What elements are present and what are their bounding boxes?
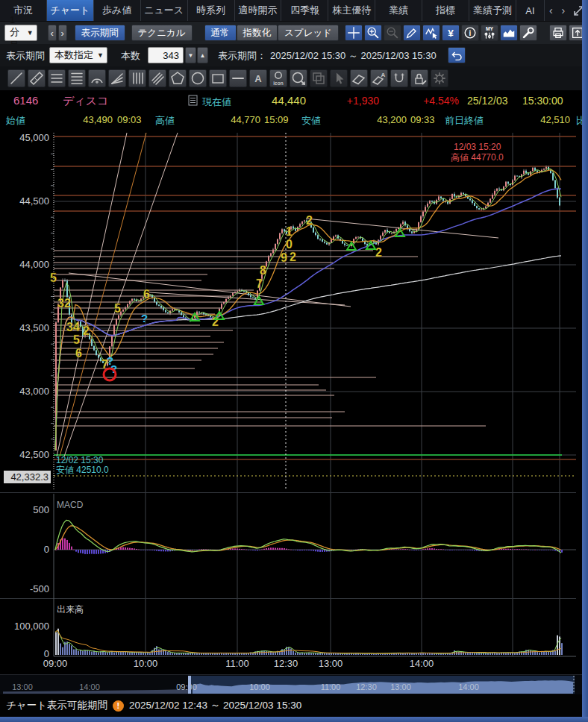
navigator-left-handle[interactable] — [188, 676, 191, 694]
price-change-percent: +4.54% — [403, 95, 459, 107]
hand-tool[interactable] — [330, 69, 348, 87]
time-axis-label: 09:00 — [43, 658, 68, 669]
icon-stamp-tool[interactable]: icon — [269, 69, 287, 87]
tabs-prev-button[interactable]: ‹ — [549, 4, 553, 16]
fib-arc-tool-icon — [89, 70, 105, 87]
lock-edit-tool-icon — [411, 70, 428, 87]
three-lines-tool[interactable] — [48, 69, 66, 87]
warning-icon: ! — [113, 700, 124, 712]
trendline-tool[interactable] — [7, 69, 25, 87]
text-tool[interactable]: A — [249, 69, 267, 87]
crosshair-button[interactable] — [345, 25, 363, 41]
time-axis-label: 10:00 — [134, 658, 158, 669]
trendline-tool-icon — [8, 70, 25, 87]
interval-next-button[interactable]: › — [58, 25, 67, 41]
zoom-in-button[interactable] — [364, 25, 382, 41]
annotation-number: 5 — [73, 333, 80, 346]
tab-4[interactable]: 時系列 — [188, 0, 235, 21]
toolbar-icon-group: ¥iMY — [345, 25, 588, 41]
my-settings-button[interactable]: MY — [481, 25, 498, 41]
magnet-tool[interactable] — [390, 69, 408, 87]
hand-tool-icon — [331, 70, 347, 87]
zoom-out-button[interactable] — [384, 25, 401, 41]
pencil-button[interactable] — [403, 25, 421, 41]
current-price-label: 現在値 — [202, 95, 231, 109]
prev-close-value: 42,510 — [518, 114, 570, 125]
zigzag-cursor-button[interactable] — [422, 25, 440, 41]
tabs-next-button[interactable]: › — [561, 4, 565, 16]
area-chart-icon — [501, 25, 516, 40]
pentagon-tool[interactable] — [169, 69, 187, 87]
annotation-number: 0 — [286, 238, 293, 251]
count-label: 本数 — [121, 49, 140, 63]
time-cycle-tool[interactable] — [290, 69, 307, 87]
tab-5[interactable]: 適時開示 — [235, 0, 282, 21]
ruler-tool[interactable] — [28, 69, 46, 87]
indexed-mode-button[interactable]: 指数化 — [237, 25, 278, 41]
list-icon[interactable] — [188, 95, 198, 106]
toolbar-spacer — [539, 25, 549, 41]
vertical-lines-tool[interactable] — [128, 69, 146, 87]
wrench-button[interactable] — [519, 25, 537, 41]
tab-2[interactable]: 歩み値 — [94, 0, 141, 21]
eraser-text-tool[interactable]: A — [370, 69, 388, 87]
tab-8[interactable]: 業績 — [375, 0, 422, 21]
printer-button[interactable] — [549, 25, 567, 41]
gear-tool[interactable] — [431, 69, 448, 87]
return-arrow-icon — [451, 49, 463, 61]
copy-tool[interactable] — [310, 69, 328, 87]
eraser-tool[interactable] — [350, 69, 368, 87]
yen-button[interactable]: ¥ — [442, 25, 460, 41]
count-increment-button[interactable]: ▲ — [197, 47, 208, 63]
main-chart[interactable]: 45,00044,50044,00043,50043,00042,50042,3… — [0, 130, 582, 674]
open-value: 43,490 — [63, 114, 113, 125]
four-lines-tool[interactable] — [68, 69, 86, 87]
horizontal-segment-tool[interactable] — [229, 69, 247, 87]
spread-mode-button[interactable]: スプレッド — [278, 25, 339, 41]
annotation-number: 5 — [114, 302, 121, 315]
price-axis-label: 45,000 — [19, 132, 49, 143]
ellipse-tool[interactable] — [189, 69, 207, 87]
fan-lines-tool[interactable] — [108, 69, 126, 87]
normal-mode-button[interactable]: 通常 — [204, 25, 237, 41]
vertical-lines-tool-icon — [129, 70, 146, 87]
tab-3[interactable]: ニュース — [141, 0, 188, 21]
display-period-button[interactable]: 表示期間 — [75, 25, 125, 41]
tab-1[interactable]: チャート — [47, 0, 94, 21]
interval-select[interactable]: 1分足▼ — [4, 25, 37, 41]
tab-10[interactable]: 業績予測 — [469, 0, 516, 21]
pentagon-tool-icon — [169, 70, 186, 87]
fib-arc-tool[interactable] — [88, 69, 106, 87]
lock-edit-tool[interactable] — [410, 69, 428, 87]
navigator-time-label: 14:00 — [79, 682, 100, 691]
zoom-in-icon — [366, 25, 381, 40]
ellipse-tool-icon — [190, 70, 206, 87]
interval-prev-button[interactable]: ‹ — [48, 25, 57, 41]
macd-axis-label: 0 — [44, 544, 49, 555]
volume-axis-label: 100,000 — [14, 621, 49, 632]
count-decrement-button[interactable]: ▼ — [185, 47, 196, 63]
quote-time: 15:30:00 — [522, 95, 563, 107]
window-border-right — [582, 0, 588, 722]
text-tool-icon: A — [250, 70, 266, 87]
tab-6[interactable]: 四季報 — [281, 0, 328, 21]
annotation-number: 34 — [66, 321, 80, 333]
tab-9[interactable]: 指標 — [422, 0, 469, 21]
status-range: 2025/12/02 12:43 ～ 2025/12/03 15:30 — [129, 699, 301, 712]
tab-11[interactable]: AI — [516, 0, 545, 21]
tab-7[interactable]: 株主優待 — [328, 0, 375, 21]
info-button[interactable]: i — [461, 25, 479, 41]
technical-button[interactable]: テクニカル — [131, 25, 193, 41]
price-axis-label: 44,500 — [19, 195, 49, 207]
area-chart-button[interactable] — [500, 25, 518, 41]
bar-count-input[interactable]: 343 — [148, 47, 184, 63]
count-mode-select[interactable]: 本数指定▼ — [49, 47, 107, 63]
svg-text:MY: MY — [486, 26, 494, 31]
annotation-number: 7 — [256, 277, 263, 290]
rectangle-tool[interactable] — [209, 69, 227, 87]
reset-period-button[interactable] — [448, 47, 466, 63]
tabbar: 市況チャート歩み値ニュース時系列適時開示四季報株主優待業績指標業績予測AI ‹ … — [0, 0, 588, 22]
chart-navigator: 13:0014:0009:0010:0011:0012:3013:0014:00 — [0, 674, 582, 694]
navigator-scrollbar[interactable]: 13:0014:0009:0010:0011:0012:3013:0014:00 — [0, 675, 582, 694]
parallel-diagonals-tool[interactable] — [148, 69, 166, 87]
